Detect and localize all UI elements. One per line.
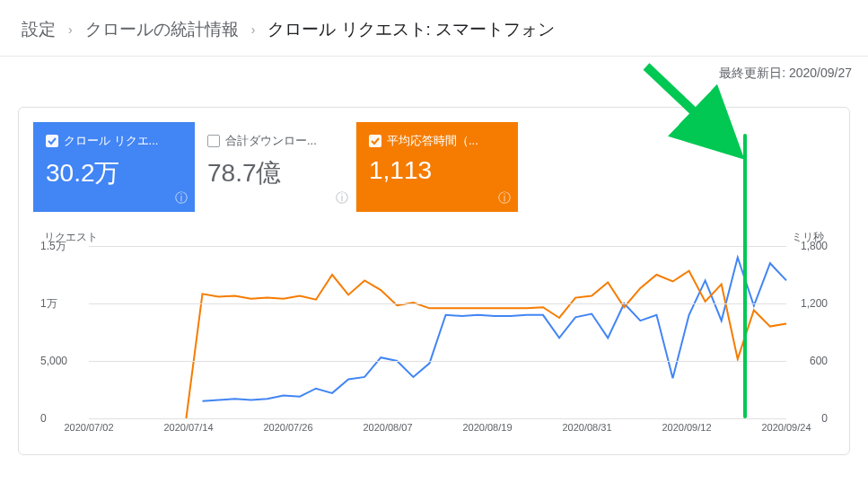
x-tick: 2020/08/07 — [363, 422, 412, 433]
annotation-marker — [743, 134, 747, 418]
x-tick: 2020/08/31 — [562, 422, 611, 433]
y-tick-right: 0 — [821, 412, 828, 425]
x-tick: 2020/07/02 — [64, 422, 113, 433]
breadcrumb: 設定 › クロールの統計情報 › クロール リクエスト: スマートフォン — [0, 0, 868, 57]
y-tick-right: 600 — [810, 355, 828, 367]
metric-value: 1,113 — [369, 156, 505, 185]
x-tick: 2020/08/19 — [462, 422, 512, 433]
metric-avg-response[interactable]: 平均応答時間（... 1,113 ⓘ — [356, 122, 518, 212]
breadcrumb-item-crawl-stats[interactable]: クロールの統計情報 — [85, 18, 239, 41]
y-tick-right: 1,200 — [801, 297, 828, 310]
metric-download-size[interactable]: 合計ダウンロー... 78.7億 ⓘ — [195, 122, 356, 212]
metric-value: 30.2万 — [46, 156, 182, 190]
x-tick: 2020/09/12 — [662, 422, 711, 433]
annotation-arrow-icon — [637, 57, 763, 165]
x-axis: 2020/07/022020/07/142020/07/262020/08/07… — [89, 422, 786, 440]
metric-crawl-requests[interactable]: クロール リクエ... 30.2万 ⓘ — [33, 122, 195, 212]
y-tick-left: 5,000 — [40, 355, 67, 367]
checkbox-unchecked-icon — [207, 135, 220, 147]
metric-value: 78.7億 — [207, 156, 343, 190]
x-tick: 2020/09/24 — [761, 422, 811, 433]
y-tick-right: 1,800 — [801, 240, 828, 252]
breadcrumb-item-settings[interactable]: 設定 — [22, 18, 56, 41]
help-icon[interactable]: ⓘ — [498, 190, 511, 206]
chart: リクエスト ミリ秒 1.5万1万5,0000 1,8001,2006000 20… — [40, 233, 828, 440]
metric-label: クロール リクエ... — [64, 133, 158, 149]
help-icon[interactable]: ⓘ — [336, 190, 348, 206]
plot-area — [89, 246, 786, 418]
metric-label: 平均応答時間（... — [387, 133, 478, 149]
checkbox-checked-icon — [369, 135, 381, 147]
y-tick-left: 1万 — [40, 296, 57, 312]
last-updated-value: 2020/09/27 — [789, 66, 852, 80]
line-series — [89, 246, 786, 418]
chevron-right-icon: › — [68, 22, 73, 37]
metric-label: 合計ダウンロー... — [225, 133, 317, 149]
y-tick-left: 1.5万 — [40, 239, 66, 254]
series-line — [202, 258, 786, 401]
x-tick: 2020/07/26 — [263, 422, 312, 433]
y-tick-left: 0 — [40, 412, 47, 425]
help-icon[interactable]: ⓘ — [175, 190, 188, 206]
x-tick: 2020/07/14 — [163, 422, 213, 433]
checkbox-checked-icon — [46, 135, 58, 147]
breadcrumb-item-current: クロール リクエスト: スマートフォン — [267, 18, 555, 41]
chevron-right-icon: › — [251, 22, 256, 37]
